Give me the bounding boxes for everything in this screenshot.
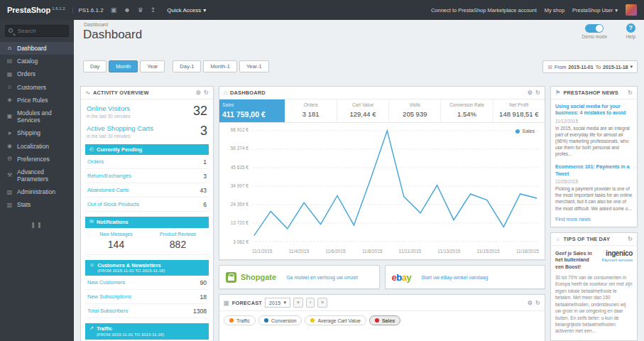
sidebar-item-orders[interactable]: ▦Orders: [0, 67, 74, 80]
row-label: Out of Stock Products: [87, 201, 139, 207]
news-article-title[interactable]: Using social media for your business: 4 …: [555, 103, 633, 117]
sidebar-item-modules-and-services[interactable]: ▣Modules and Services: [0, 107, 74, 126]
forecast-year-select[interactable]: 2015▾: [265, 298, 290, 308]
range-day-button[interactable]: Day: [83, 60, 107, 72]
gear-icon[interactable]: ⚙: [528, 300, 533, 306]
ebay-logo: ebay: [392, 272, 412, 283]
gear-icon[interactable]: ⚙: [528, 90, 533, 96]
x-axis-tick: 11/4/2015: [289, 249, 309, 254]
sidebar-item-price-rules[interactable]: ◈Price Rules: [0, 94, 74, 107]
row-label: Orders: [87, 158, 104, 165]
chevron-down-icon: ▾: [630, 64, 633, 70]
y-axis-tick: 13 720 €: [225, 221, 249, 226]
product-reviews-cell[interactable]: Product Reviews 882: [147, 228, 209, 254]
new-messages-cell[interactable]: New Messages 144: [85, 228, 147, 254]
sidebar-item-shipping[interactable]: ➤Shipping: [0, 126, 74, 139]
shopgate-link[interactable]: Ga mobiel en verhoog uw omzet: [286, 275, 358, 280]
kpi-conversion-rate[interactable]: Conversion Rate1.54%: [441, 99, 493, 122]
range-year-button[interactable]: Year: [140, 60, 165, 72]
legend-dot: [229, 318, 234, 323]
refresh-icon[interactable]: ↻: [628, 90, 633, 96]
dashboard-panel: ⌂ DASHBOARD ⚙ ↻ Sales411 759,00 € Orders…: [219, 86, 545, 260]
mail-icon: ✉: [89, 219, 94, 225]
first-page-button[interactable]: «: [293, 298, 303, 307]
user-menu[interactable]: PrestaShop User▾: [572, 7, 618, 13]
forecast-toggle-conversion[interactable]: Conversion: [258, 315, 302, 325]
date-to-value: 2015-11-18: [603, 65, 628, 70]
customers-row-total-subscribers[interactable]: Total Subscribers1308: [85, 304, 209, 318]
sidebar-item-administration[interactable]: ▧Administration: [0, 185, 74, 198]
row-value: 90: [200, 279, 207, 286]
sidebar-item-advanced-parameters[interactable]: ⚒Advanced Parameters: [0, 166, 74, 185]
forecast-toggle-average-cart-value[interactable]: Average Cart Value: [305, 315, 366, 325]
pending-row-abandoned-carts[interactable]: Abandoned Carts43: [85, 183, 209, 197]
sidebar-item-stats[interactable]: ▥Stats: [0, 198, 74, 211]
forecast-toggle-traffic[interactable]: Traffic: [224, 315, 256, 325]
cell-value: 144: [87, 239, 146, 250]
cart-icon[interactable]: ▣: [111, 6, 117, 13]
last-page-button[interactable]: »: [317, 298, 327, 307]
ebay-link[interactable]: Start uw eBay-winkel vandaag: [421, 275, 488, 280]
customers-row-new-subscriptions[interactable]: New Subscriptions18: [85, 290, 209, 304]
stat-subtitle: in the last 30 minutes: [87, 114, 130, 119]
date-range-picker[interactable]: ⊞ From 2015-11-01 To 2015-11-18 ▾: [542, 60, 638, 73]
kpi-value: 411 759,00 €: [222, 110, 282, 119]
globe-icon: ◉: [6, 143, 13, 150]
pending-row-orders[interactable]: Orders1: [85, 155, 209, 169]
row-label: Total Subscribers: [87, 308, 129, 314]
forecast-icon: ▥: [224, 300, 229, 306]
range-month-button[interactable]: Month: [109, 60, 138, 72]
sidebar-item-customers[interactable]: ☺Customers: [0, 81, 74, 94]
news-article-title[interactable]: Ecommerce 101: Payments in a Tweet: [555, 163, 633, 177]
user-icon[interactable]: ☻: [124, 6, 130, 13]
cell-label: Product Reviews: [148, 232, 207, 237]
x-axis-tick: 11/11/2015: [399, 249, 422, 254]
refresh-icon[interactable]: ↻: [535, 90, 540, 96]
marketplace-link[interactable]: Connect to PrestaShop Marketplace accoun…: [431, 7, 537, 13]
find-more-news-link[interactable]: Find more news: [551, 215, 637, 227]
help-control: ? Help: [626, 23, 635, 39]
prestashop-news-panel: ⚑ PRESTASHOP NEWS ↻ Using social media f…: [550, 86, 638, 227]
sales-chart: Sales 66 912 €56 274 €45 635 €34 997 €24…: [219, 123, 545, 259]
sidebar-item-localization[interactable]: ◉Localization: [0, 140, 74, 153]
trophy-icon[interactable]: ♛: [138, 6, 143, 13]
demo-mode-control: Demo mode: [582, 24, 607, 39]
sidebar-collapse-button[interactable]: ❚❚: [0, 222, 74, 228]
sales-line-svg: [252, 127, 539, 245]
x-axis-tick: 11/13/2015: [437, 249, 460, 254]
help-icon[interactable]: ?: [626, 23, 635, 33]
refresh-icon[interactable]: ↻: [535, 300, 540, 306]
kpi-orders[interactable]: Orders3 181: [285, 99, 337, 122]
my-shop-link[interactable]: My shop: [545, 7, 564, 13]
update-icon[interactable]: ↥: [151, 6, 156, 13]
kpi-sales[interactable]: Sales411 759,00 €: [219, 99, 285, 122]
section-title: Currently Pending: [97, 146, 142, 153]
range-year-1-button[interactable]: Year-1: [239, 60, 269, 72]
customers-row-new-customers[interactable]: New Customers90: [85, 276, 209, 290]
prestashop-logo[interactable]: PrestaShop1.6.1.2: [7, 6, 65, 14]
refresh-icon[interactable]: ↻: [628, 236, 633, 242]
quick-access-menu[interactable]: Quick Access▾: [167, 7, 206, 13]
range-day-1-button[interactable]: Day-1: [173, 60, 201, 72]
gear-icon[interactable]: ⚙: [196, 90, 201, 96]
sidebar-item-label: Administration: [17, 188, 55, 195]
avatar[interactable]: [626, 4, 637, 16]
kpi-value: 148 918,51 €: [496, 110, 542, 118]
news-column: ⚑ PRESTASHOP NEWS ↻ Using social media f…: [550, 86, 638, 341]
pending-row-returns[interactable]: Return/Exchanges3: [85, 169, 209, 183]
demo-mode-toggle[interactable]: [585, 24, 604, 33]
kpi-cart-value[interactable]: Cart Value129,44 €: [337, 99, 389, 122]
range-month-1-button[interactable]: Month-1: [203, 60, 237, 72]
prev-page-button[interactable]: ‹: [306, 298, 315, 307]
clock-icon: ◴: [89, 146, 94, 153]
sidebar-item-dashboard[interactable]: ⌂Dashboard: [0, 42, 74, 55]
row-value: 1308: [193, 308, 207, 315]
topbar: PrestaShop1.6.1.2 PS1.6.1.2 ▣ ☻ ♛ ↥ Quic…: [0, 0, 644, 20]
pending-row-out-of-stock[interactable]: Out of Stock Products6: [85, 197, 209, 212]
sidebar-item-catalog[interactable]: ▤Catalog: [0, 55, 74, 67]
refresh-icon[interactable]: ↻: [204, 90, 209, 96]
kpi-visits[interactable]: Visits205 939: [389, 99, 441, 122]
sidebar-item-preferences[interactable]: ⚙Preferences: [0, 153, 74, 166]
kpi-net-profit[interactable]: Net Profit148 918,51 €: [493, 99, 545, 122]
forecast-toggle-sales[interactable]: Sales: [369, 315, 400, 325]
